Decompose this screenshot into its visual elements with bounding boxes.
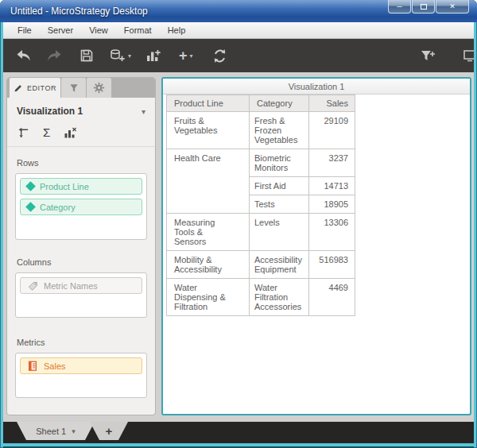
close-icon: ✕ [449, 1, 456, 13]
cell-sales[interactable]: 4469 [309, 279, 355, 316]
insert-button[interactable]: + ▾ [179, 49, 193, 62]
pencil-icon [14, 83, 23, 93]
refresh-icon [212, 48, 227, 64]
chip-metric-names[interactable]: Metric Names [20, 277, 142, 294]
chip-category-label: Category [40, 203, 76, 212]
visualization-title: Visualization 1 [289, 82, 345, 91]
grid-row: Mobility & Accessibility Accessibility E… [167, 251, 355, 279]
maximize-button[interactable] [412, 0, 435, 14]
clear-visualization-button[interactable] [64, 126, 77, 139]
attribute-diamond-icon [25, 202, 36, 212]
tab-filter[interactable] [61, 78, 86, 98]
menu-format[interactable]: Format [116, 25, 160, 35]
chip-category[interactable]: Category [20, 199, 142, 215]
add-filter-button[interactable] [420, 48, 436, 63]
refresh-button[interactable] [212, 48, 227, 64]
editor-panel-body: Visualization 1 ▾ Σ [7, 98, 155, 415]
visualization-title-bar[interactable]: Visualization 1 [163, 79, 470, 95]
columns-dropzone[interactable]: Metric Names [15, 272, 147, 318]
menu-view[interactable]: View [81, 25, 116, 35]
totals-button[interactable]: Σ [43, 127, 50, 138]
window-bottom-border [3, 443, 474, 448]
grid-row: Fruits & Vegetables Fresh & Frozen Veget… [167, 112, 355, 149]
add-filter-icon [420, 48, 436, 63]
add-data-caret-icon: ▾ [128, 52, 131, 60]
undo-button[interactable] [16, 48, 32, 63]
chip-metric-names-label: Metric Names [44, 281, 98, 291]
cell-product-line[interactable]: Mobility & Accessibility [167, 251, 250, 279]
close-button[interactable]: ✕ [436, 0, 469, 14]
add-visualization-icon [145, 48, 161, 63]
menu-server[interactable]: Server [40, 25, 81, 35]
add-visualization-button[interactable] [145, 48, 161, 63]
maximize-icon [421, 4, 427, 10]
cell-sales[interactable]: 14713 [309, 177, 355, 195]
visualization-selector[interactable]: Visualization 1 ▾ [15, 102, 147, 117]
cell-category[interactable]: First Aid [250, 177, 309, 195]
metric-report-icon [27, 360, 38, 372]
panel-button[interactable] [463, 48, 474, 63]
chevron-down-icon: ▾ [142, 107, 145, 116]
header-sales[interactable]: Sales [309, 95, 355, 112]
add-sheet-button[interactable]: + [90, 422, 128, 440]
grid-row: Water Dispensing & Filtration Water Filt… [167, 279, 355, 316]
cell-sales[interactable]: 13306 [309, 214, 355, 251]
cell-category[interactable]: Fresh & Frozen Vegetables [250, 112, 309, 149]
editor-tools: Σ [17, 126, 147, 139]
rows-dropzone[interactable]: Product Line Category [15, 173, 147, 240]
clear-chart-icon [64, 126, 77, 139]
swap-axes-button[interactable] [17, 126, 29, 139]
tab-editor[interactable]: EDITOR [10, 78, 60, 98]
add-data-button[interactable]: ▾ [110, 48, 131, 63]
cell-sales[interactable]: 29109 [309, 112, 355, 149]
sheet-tab-label: Sheet 1 [36, 427, 66, 436]
cell-sales[interactable]: 18905 [309, 195, 355, 214]
cell-category[interactable]: Accessibility Equipment [250, 251, 309, 279]
visualization-panel[interactable]: Visualization 1 Product Line Category Sa… [161, 77, 471, 415]
rows-label: Rows [17, 158, 147, 168]
sheet-tab-1[interactable]: Sheet 1 ▾ [17, 422, 95, 440]
menu-help[interactable]: Help [160, 25, 194, 35]
add-sheet-plus-icon: + [106, 424, 113, 438]
menu-bar: File Server View Format Help [3, 22, 474, 39]
cell-sales[interactable]: 3237 [309, 149, 355, 177]
cell-product-line[interactable]: Measuring Tools & Sensors [167, 214, 250, 251]
tab-editor-label: EDITOR [27, 84, 56, 92]
chip-sales[interactable]: Sales [20, 357, 142, 374]
header-category[interactable]: Category [250, 95, 309, 112]
main-area: EDITOR [3, 72, 474, 422]
cell-product-line[interactable]: Health Care [167, 149, 250, 214]
visualization-selector-value: Visualization 1 [17, 106, 83, 117]
gear-icon [93, 82, 105, 94]
swap-axes-icon [17, 126, 29, 139]
chip-product-line[interactable]: Product Line [20, 178, 142, 195]
cell-product-line[interactable]: Fruits & Vegetables [167, 112, 250, 149]
title-bar[interactable]: Untitled - MicroStrategy Desktop ─ ✕ [0, 0, 477, 22]
metrics-dropzone[interactable]: Sales [15, 353, 147, 398]
cell-sales[interactable]: 516983 [309, 251, 355, 279]
cell-category[interactable]: Water Filtration Accessories [250, 279, 309, 316]
cell-category[interactable]: Tests [250, 195, 309, 214]
minimize-button[interactable]: ─ [388, 0, 411, 14]
chip-sales-label: Sales [44, 361, 66, 371]
divider [7, 146, 155, 147]
tab-settings[interactable] [87, 78, 111, 98]
cell-category[interactable]: Levels [250, 214, 309, 251]
window-controls: ─ ✕ [387, 0, 469, 14]
cell-category[interactable]: Biometric Monitors [250, 149, 309, 177]
save-button[interactable] [80, 48, 94, 63]
filter-icon [68, 83, 80, 94]
menu-file[interactable]: File [10, 25, 40, 35]
undo-icon [16, 48, 32, 63]
save-icon [80, 48, 94, 63]
add-data-icon [110, 48, 126, 63]
header-product-line[interactable]: Product Line [167, 95, 250, 112]
attribute-diamond-icon [25, 181, 36, 191]
editor-tab-strip: EDITOR [7, 78, 155, 98]
redo-button[interactable] [46, 48, 62, 63]
panel-icon [463, 48, 474, 63]
insert-plus-icon: + [179, 49, 188, 62]
editor-panel: EDITOR [6, 77, 156, 415]
cell-product-line[interactable]: Water Dispensing & Filtration [167, 279, 250, 316]
insert-caret-icon: ▾ [190, 52, 193, 60]
